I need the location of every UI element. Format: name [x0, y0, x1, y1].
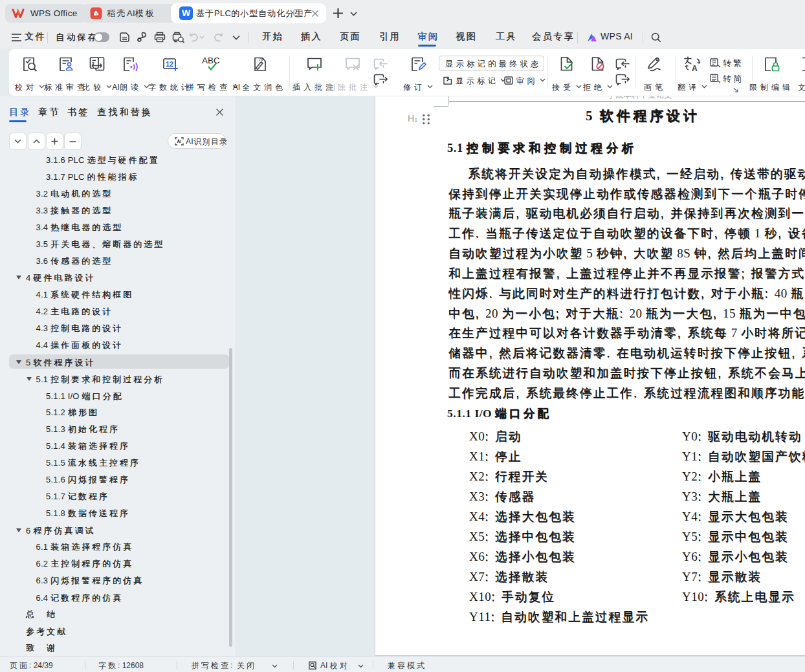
- svg-text:ABC: ABC: [202, 56, 220, 65]
- svg-text:12: 12: [166, 60, 173, 68]
- svg-text:A: A: [692, 64, 698, 73]
